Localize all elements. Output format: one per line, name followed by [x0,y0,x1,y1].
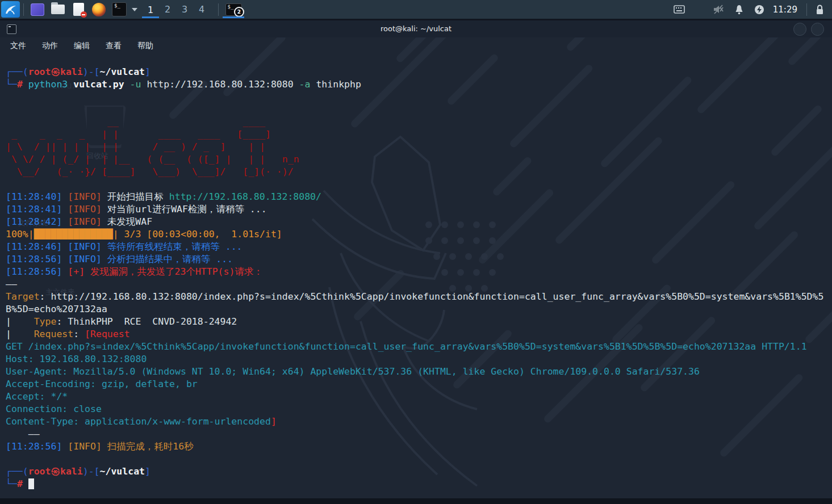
text-editor-launcher[interactable] [71,3,86,16]
terminal-line: Content-Type: application/x-www-form-url… [6,415,832,428]
terminal-line: [11:28:56] [+] 发现漏洞，共发送了23个HTTP(s)请求： [6,266,832,278]
terminal-line [6,103,832,116]
workspace-2[interactable]: 2 [159,1,176,18]
menu-file[interactable]: 文件 [8,40,28,52]
lock-icon[interactable] [816,5,824,15]
menu-actions[interactable]: 动作 [40,40,60,52]
terminal-line: [11:28:42] [INFO] 未发现WAF [6,216,832,228]
terminal-launcher[interactable]: $_ [112,3,127,16]
terminal-line: Accept: */* [6,390,832,403]
terminal-line [6,91,832,103]
firefox-launcher[interactable] [91,3,106,16]
terminal-line [6,453,832,465]
panel-divider [806,3,807,16]
maximize-button[interactable] [793,23,806,36]
terminal-icon: $_ [112,2,127,16]
terminal-line: \ \/ / | (_/ | | |__ ( (__ ( ([_] | | | … [6,153,832,166]
purple-window-icon [31,3,44,16]
red-badge-icon [81,11,87,18]
terminal-line: _ _ _ _ | | ____ ____ [____] [6,128,832,141]
clock[interactable]: 11:29 [773,5,797,15]
desktop-edge [0,498,832,504]
terminal-line: | \ / || | | | | | / __ ) / _ ] | | [6,141,832,153]
terminal-line: User-Agent: Mozilla/5.0 (Windows NT 10.0… [6,366,832,378]
terminal-window: Kali Linux 回收站 文件系统 主文件夹 root@kali: ~/vu… [0,20,832,498]
power-manager-icon[interactable] [754,5,764,15]
file-manager-launcher[interactable] [51,3,65,16]
menu-help[interactable]: 帮助 [135,40,156,52]
terminal-line: [11:28:56] [INFO] 扫描完成，耗时16秒 [6,440,832,453]
terminal-line: [11:28:56] [INFO] 分析扫描结果中，请稍等 ... [6,253,832,266]
volume-muted-icon[interactable] [713,5,724,14]
display-settings-launcher[interactable] [30,3,45,16]
terminal-line: [11:28:46] [INFO] 等待所有线程结束，请稍等 ... [6,241,832,253]
panel-status-area: 11:29 [668,3,832,16]
workspace-3[interactable]: 3 [176,1,193,18]
terminal-line: \__/ (_· ·}/ [____] \___) \___]/ [_](· ·… [6,166,832,178]
terminal-line: __ ____ [6,116,832,128]
close-button[interactable] [811,23,824,36]
kali-menu-button[interactable] [1,1,20,18]
terminal-line: [11:28:40] [INFO] 开始扫描目标 http://192.168.… [6,191,832,203]
window-title: root@kali: ~/vulcat [0,20,832,37]
terminal-line: ┌──(root㉿kali)-[~/vulcat] [6,465,832,478]
terminal-line [6,178,832,191]
terminal-line: 100%|██████████████| 3/3 [00:03<00:00, 1… [6,228,832,241]
terminal-line: Host: 192.168.80.132:8080 [6,353,832,366]
panel-divider [218,3,219,16]
top-panel: $_ 1 2 3 4 $_ 2 11:29 [0,0,832,19]
window-count-badge: 2 [234,7,244,17]
workspace-4[interactable]: 4 [193,1,210,18]
taskbar-terminal-window[interactable]: $_ 2 [222,1,245,18]
terminal-line: Connection: close [6,403,832,415]
terminal-line: └─# [6,478,832,490]
terminal-line: Accept-Encoding: gzip, deflate, br [6,378,832,390]
kali-dragon-icon [5,4,17,15]
firefox-icon [92,3,106,16]
terminal-line: ┌──(root㉿kali)-[~/vulcat] [6,66,832,78]
window-titlebar[interactable]: root@kali: ~/vulcat [0,20,832,37]
terminal-line: | Request: [Request [6,328,832,341]
folder-icon [51,5,65,15]
desktop-screen: $_ 1 2 3 4 $_ 2 11:29 [0,0,832,504]
document-icon [73,3,84,16]
workspace-1[interactable]: 1 [142,1,159,18]
chevron-down-icon[interactable] [132,8,137,11]
terminal-line: [11:28:41] [INFO] 对当前url进行WAF检测，请稍等 ... [6,203,832,216]
terminal-line: —— [6,428,832,440]
terminal-line: GET /index.php?s=index/%5Cthink%5Capp/in… [6,341,832,353]
panel-divider [23,3,24,16]
terminal-line: —— [6,278,832,291]
terminal-line: | Type: ThinkPHP RCE CNVD-2018-24942 [6,316,832,328]
menu-view[interactable]: 查看 [103,40,124,52]
terminal-output[interactable]: ┌──(root㉿kali)-[~/vulcat]└─# python3 vul… [0,52,832,490]
keyboard-tray-icon[interactable] [674,5,685,14]
terminal-line: └─# python3 vulcat.py -u http://192.168.… [6,78,832,91]
notification-bell-icon[interactable] [734,5,744,15]
terminal-line: B%5D=echo%207132aa [6,303,832,316]
menu-edit[interactable]: 编辑 [72,40,92,52]
terminal-line: Target: http://192.168.80.132:8080/index… [6,291,832,303]
